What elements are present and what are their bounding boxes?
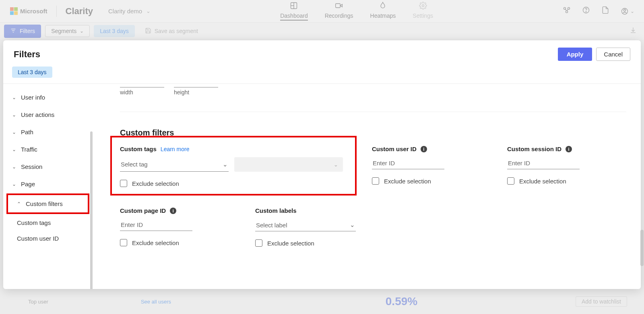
sidebar-item-user-info[interactable]: ⌄User info: [3, 89, 92, 106]
custom-user-id-exclude-checkbox[interactable]: [372, 177, 379, 185]
sidebar-item-label: Custom filters: [26, 200, 63, 207]
height-input[interactable]: [174, 84, 218, 87]
apply-button[interactable]: Apply: [558, 48, 592, 61]
sidebar-item-label: User info: [21, 94, 45, 101]
custom-session-id-exclude-checkbox[interactable]: [507, 177, 514, 185]
custom-labels-exclude-checkbox[interactable]: [255, 239, 262, 247]
modal-body: ⌄User info ⌄User actions ⌄Path ⌄Traffic …: [3, 83, 641, 289]
sidebar-sub-custom-tags[interactable]: Custom tags: [3, 215, 92, 231]
info-icon[interactable]: i: [421, 146, 427, 152]
sidebar-item-label: Traffic: [21, 146, 37, 153]
chevron-down-icon: ⌄: [12, 112, 17, 118]
chevron-down-icon: ⌄: [12, 147, 17, 152]
chevron-up-icon: ⌃: [17, 201, 22, 207]
select-label-placeholder: Select label: [256, 222, 287, 229]
sidebar-item-traffic[interactable]: ⌄Traffic: [3, 141, 92, 158]
custom-session-id-label: Custom session ID i: [507, 146, 620, 152]
info-icon[interactable]: i: [170, 208, 176, 214]
cancel-button[interactable]: Cancel: [596, 48, 630, 61]
select-label-dropdown[interactable]: Select label ⌄: [255, 219, 356, 231]
chevron-down-icon: ⌄: [12, 164, 17, 170]
sidebar-item-label: Path: [21, 129, 33, 135]
sidebar-item-path[interactable]: ⌄Path: [3, 123, 92, 141]
sidebar-item-label: Session: [21, 163, 42, 170]
custom-labels-label-text: Custom labels: [255, 207, 297, 214]
filters-modal: Filters Apply Cancel Last 3 days ⌄User i…: [3, 40, 641, 289]
height-label: height: [174, 89, 218, 96]
chip-row: Last 3 days: [3, 65, 641, 83]
sidebar-item-custom-filters[interactable]: ⌃Custom filters: [6, 193, 89, 214]
modal-actions: Apply Cancel: [558, 48, 630, 61]
filters-main-area: width height Custom filters Custom tags …: [92, 84, 641, 289]
filters-sidebar: ⌄User info ⌄User actions ⌄Path ⌄Traffic …: [3, 84, 92, 289]
sidebar-item-page[interactable]: ⌄Page: [3, 175, 92, 193]
modal-title: Filters: [14, 49, 40, 60]
width-input[interactable]: [120, 84, 164, 87]
custom-user-id-input[interactable]: [372, 157, 444, 169]
custom-session-id-exclude-label: Exclude selection: [519, 178, 566, 185]
custom-labels-exclude-label: Exclude selection: [267, 240, 314, 247]
custom-session-id-label-text: Custom session ID: [507, 146, 561, 152]
custom-user-id-label: Custom user ID i: [372, 146, 493, 152]
custom-page-id-exclude-checkbox[interactable]: [120, 239, 127, 246]
custom-page-id-label: Custom page ID i: [120, 207, 241, 214]
chevron-down-icon: ⌄: [12, 181, 17, 187]
chevron-down-icon: ⌄: [350, 221, 355, 229]
custom-labels-label: Custom labels: [255, 207, 376, 214]
sidebar-item-session[interactable]: ⌄Session: [3, 158, 92, 175]
date-range-chip[interactable]: Last 3 days: [12, 67, 52, 78]
width-label: width: [120, 89, 164, 96]
custom-user-id-exclude-label: Exclude selection: [384, 178, 431, 185]
custom-page-id-input[interactable]: [120, 219, 192, 231]
chevron-down-icon: ⌄: [12, 95, 17, 100]
sidebar-item-label: User actions: [21, 111, 54, 118]
highlight-annotation: [110, 136, 357, 195]
info-icon[interactable]: i: [566, 146, 572, 152]
custom-user-id-label-text: Custom user ID: [372, 146, 417, 152]
custom-page-id-label-text: Custom page ID: [120, 207, 166, 214]
sidebar-item-user-actions[interactable]: ⌄User actions: [3, 106, 92, 123]
modal-header: Filters Apply Cancel: [3, 40, 641, 65]
custom-page-id-exclude-label: Exclude selection: [132, 239, 179, 246]
modal-scrollbar[interactable]: [640, 40, 644, 289]
chevron-down-icon: ⌄: [12, 129, 17, 135]
sidebar-item-label: Page: [21, 181, 35, 187]
custom-session-id-input[interactable]: [507, 157, 580, 169]
sidebar-sub-custom-user-id[interactable]: Custom user ID: [3, 231, 92, 246]
